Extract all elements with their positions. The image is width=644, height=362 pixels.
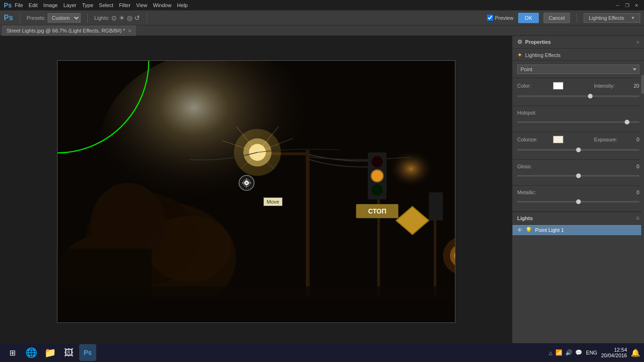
ps-icon: Ps (4, 14, 13, 22)
intensity-thumb[interactable] (588, 94, 593, 99)
taskbar-photos[interactable]: 🖼 (60, 344, 77, 361)
svg-rect-37 (58, 248, 151, 322)
gloss-section: Gloss: 0 (512, 160, 644, 186)
lighting-effects-dropdown[interactable]: Lighting Effects ▼ (584, 13, 640, 23)
tab-close-button[interactable]: ✕ (128, 28, 132, 33)
color-label: Color: (517, 83, 550, 89)
lights-panel-header: Lights ≡ (512, 212, 644, 225)
intensity-slider-container (517, 92, 639, 100)
color-row: Color: Intensity: 20 (517, 82, 639, 90)
exposure-thumb[interactable] (576, 148, 581, 152)
taskbar-explorer[interactable]: 📁 (41, 344, 58, 361)
photos-icon: 🖼 (64, 347, 74, 358)
message-icon[interactable]: 💬 (575, 349, 582, 356)
properties-icon: ⚙ (517, 39, 522, 45)
color-swatch[interactable] (553, 82, 563, 90)
eye-icon[interactable]: 👁 (517, 227, 522, 233)
canvas-image[interactable]: СТОП (57, 60, 455, 323)
lights-expand-icon[interactable]: ≡ (636, 215, 639, 222)
svg-rect-31 (429, 192, 443, 220)
toolbar-divider-4 (577, 13, 577, 23)
menu-image[interactable]: Image (43, 2, 58, 8)
light-type-select[interactable]: Point Infinite Spot (517, 65, 639, 74)
metallic-thumb[interactable] (576, 199, 581, 204)
cancel-button[interactable]: Cancel (544, 13, 570, 23)
notification-button[interactable]: 🔔 (631, 348, 640, 357)
metallic-slider-container (517, 198, 639, 206)
gloss-row: Gloss: 0 (517, 164, 639, 169)
scene-svg: СТОП (58, 61, 455, 322)
svg-text:СТОП: СТОП (368, 207, 386, 214)
exposure-slider-container (517, 146, 639, 154)
toolbar-divider-3 (147, 13, 147, 23)
handle-svg (238, 174, 255, 191)
maximize-button[interactable]: ❐ (623, 1, 631, 9)
intensity-track (517, 96, 639, 97)
volume-icon[interactable]: 🔊 (565, 349, 572, 356)
presets-group: Presets: Custom (27, 13, 81, 23)
hotspot-thumb[interactable] (625, 120, 629, 124)
infinite-light-icon[interactable]: ☀ (119, 14, 125, 22)
document-tab[interactable]: Street Lights.jpg @ 66.7% (Light Effects… (2, 25, 137, 36)
toolbar-divider-1 (20, 13, 20, 23)
system-tray: △ 📶 🔊 💬 (549, 349, 582, 356)
chrome-icon: 🌐 (25, 347, 37, 358)
menu-select[interactable]: Select (99, 2, 114, 8)
explorer-icon: 📁 (44, 347, 56, 358)
date-display: 20/04/2016 (601, 353, 627, 358)
properties-expand[interactable]: ≡ (636, 40, 639, 45)
lighting-effects-header: ✦ Lighting Effects (512, 49, 644, 61)
colorize-swatch[interactable] (553, 136, 563, 143)
minimize-button[interactable]: ─ (614, 1, 621, 9)
lights-panel: Lights ≡ 👁 💡 Point Light 1 (512, 212, 644, 235)
reset-icon[interactable]: ↺ (134, 14, 140, 22)
taskbar-photoshop[interactable]: Ps (79, 344, 96, 361)
menu-filter[interactable]: Filter (119, 2, 130, 8)
close-button[interactable]: ✕ (633, 1, 640, 9)
ok-button[interactable]: OK (518, 13, 539, 23)
hotspot-slider-container (517, 118, 639, 126)
light-handle[interactable] (238, 174, 255, 191)
main-layout: СТОП (0, 36, 644, 347)
point-light-icon[interactable]: ⊙ (111, 14, 117, 22)
presets-select[interactable]: Custom (48, 13, 81, 23)
colorize-exposure-section: Colorize: Exposure: 0 (512, 132, 644, 160)
light-type-section: Point Infinite Spot (512, 61, 644, 78)
menu-window[interactable]: Window (153, 2, 171, 8)
svg-point-25 (371, 169, 384, 182)
language-indicator[interactable]: ENG (586, 350, 597, 355)
gloss-thumb[interactable] (576, 173, 581, 178)
menu-edit[interactable]: Edit (29, 2, 38, 8)
lighting-effects-arrow: ▼ (631, 16, 635, 20)
metallic-value: 0 (630, 189, 639, 195)
bulb-icon: 💡 (525, 227, 532, 233)
lights-label: Lights: (94, 15, 109, 21)
light-item-0[interactable]: 👁 💡 Point Light 1 (512, 225, 644, 235)
time-display: 12:54 (601, 347, 627, 353)
spot-light-icon[interactable]: ◎ (127, 14, 132, 22)
menu-bar[interactable]: File Edit Image Layer Type Select Filter… (15, 2, 188, 8)
tab-title: Street Lights.jpg @ 66.7% (Light Effects… (7, 28, 125, 33)
taskbar-right: △ 📶 🔊 💬 ENG 12:54 20/04/2016 🔔 (549, 347, 640, 358)
menu-view[interactable]: View (136, 2, 148, 8)
colorize-label: Colorize: (517, 137, 550, 142)
canvas-area[interactable]: СТОП (0, 36, 512, 347)
tray-up-arrow[interactable]: △ (549, 350, 553, 355)
menu-file[interactable]: File (15, 2, 23, 8)
menu-layer[interactable]: Layer (63, 2, 76, 8)
intensity-value: 20 (630, 83, 639, 89)
scrollbar-track (641, 75, 644, 263)
scrollbar-thumb[interactable] (641, 75, 644, 94)
start-button[interactable]: ⊞ (4, 344, 21, 361)
network-icon[interactable]: 📶 (555, 349, 562, 356)
window-controls[interactable]: ─ ❐ ✕ (614, 1, 640, 9)
hotspot-track (517, 122, 639, 123)
menu-help[interactable]: Help (177, 2, 188, 8)
preview-checkbox[interactable] (487, 15, 493, 21)
menu-type[interactable]: Type (82, 2, 93, 8)
taskbar-chrome[interactable]: 🌐 (23, 344, 40, 361)
svg-point-23 (372, 156, 383, 167)
lighting-effects-text: Lighting Effects (589, 15, 624, 21)
toolbar-divider-2 (87, 13, 88, 23)
preview-label: Preview (495, 15, 513, 21)
